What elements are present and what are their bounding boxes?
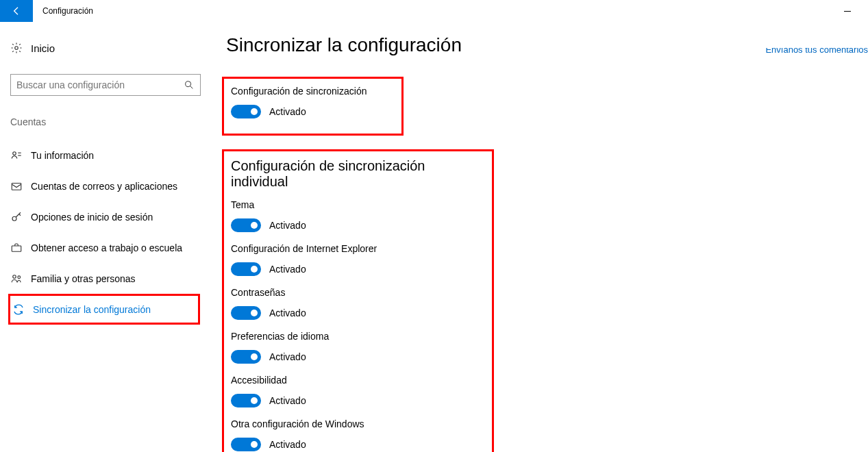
passwords-toggle[interactable] [231,306,261,320]
back-button[interactable] [0,0,33,22]
svg-point-1 [186,81,191,87]
toggle-label: Configuración de Internet Explorer [231,243,485,254]
sidebar-item-label: Cuentas de correos y aplicaciones [31,181,177,192]
individual-sync-section: Configuración de sincronización individu… [222,149,494,452]
sidebar-item-email-accounts[interactable]: Cuentas de correos y aplicaciones [10,171,206,201]
key-icon [10,211,31,223]
person-card-icon [10,149,31,162]
toggle-label: Tema [231,199,485,210]
toggle-state: Activado [269,395,306,406]
toggle-row: Activado [231,306,485,320]
svg-point-0 [15,47,18,50]
toggle-knob [251,353,258,360]
toggle-row: Activado [231,262,485,276]
toggle-item-accessibility: Accesibilidad Activado [231,375,485,407]
sidebar-item-label: Sincronizar la configuración [33,304,151,315]
sidebar-item-sync-settings[interactable]: Sincronizar la configuración [8,294,200,325]
titlebar: Configuración [0,0,868,22]
toggle-row: Activado [231,394,485,407]
sidebar-item-label: Obtener acceso a trabajo o escuela [31,242,182,253]
svg-rect-8 [12,246,21,251]
ie-toggle[interactable] [231,262,261,276]
language-toggle[interactable] [231,350,261,364]
gear-icon [10,42,31,54]
toggle-label: Accesibilidad [231,375,485,386]
people-icon [10,273,31,285]
sidebar: Inicio Cuentas Tu información Cuentas de… [0,34,206,452]
toggle-knob [251,222,258,229]
sync-settings-toggle[interactable] [231,105,261,118]
search-box[interactable] [10,74,201,96]
toggle-item-ie: Configuración de Internet Explorer Activ… [231,243,485,276]
individual-sync-title: Configuración de sincronización individu… [231,158,485,190]
toggle-state: Activado [269,220,306,231]
search-input[interactable] [16,79,184,90]
sidebar-item-label: Opciones de inicio de sesión [31,212,153,223]
toggle-knob [251,266,258,273]
svg-point-10 [18,275,21,278]
minimize-button[interactable] [834,0,861,22]
sync-settings-state: Activado [269,106,306,117]
sidebar-item-your-info[interactable]: Tu información [10,140,206,171]
svg-rect-6 [12,183,21,190]
svg-point-3 [13,151,16,155]
sync-settings-section: Configuración de sincronización Activado [222,77,404,136]
mail-icon [10,180,31,192]
sidebar-item-family[interactable]: Familia y otras personas [10,263,206,294]
page-title: Sincronizar la configuración [226,34,847,56]
search-icon [184,79,195,90]
sidebar-item-label: Familia y otras personas [31,273,136,284]
toggle-knob [251,108,258,115]
toggle-label: Preferencias de idioma [231,331,485,342]
theme-toggle[interactable] [231,218,261,232]
content-area: Envíanos tus comentarios Sincronizar la … [206,34,868,452]
toggle-item-other-windows: Otra configuración de Windows Activado [231,418,485,451]
other-windows-toggle[interactable] [231,438,261,451]
toggle-state: Activado [269,264,306,275]
toggle-item-language: Preferencias de idioma Activado [231,331,485,364]
accessibility-toggle[interactable] [231,394,261,407]
workspace: Inicio Cuentas Tu información Cuentas de… [0,22,868,452]
toggle-item-theme: Tema Activado [231,199,485,232]
sidebar-item-work-school[interactable]: Obtener acceso a trabajo o escuela [10,232,206,263]
toggle-knob [251,310,258,316]
toggle-state: Activado [269,351,306,362]
app-title: Configuración [42,6,93,16]
svg-point-7 [12,216,16,221]
toggle-label: Otra configuración de Windows [231,418,485,429]
svg-point-9 [13,275,16,278]
section-label: Cuentas [10,116,206,127]
minimize-icon [844,11,851,12]
sidebar-item-label: Tu información [31,150,94,161]
sync-icon [12,303,33,316]
sync-settings-label: Configuración de sincronización [231,86,395,97]
sidebar-item-signin-options[interactable]: Opciones de inicio de sesión [10,201,206,232]
toggle-row: Activado [231,350,485,364]
nav-list: Tu información Cuentas de correos y apli… [10,140,206,325]
toggle-item-passwords: Contraseñas Activado [231,287,485,320]
svg-line-2 [190,86,193,88]
home-button[interactable]: Inicio [10,34,206,62]
briefcase-icon [10,242,31,254]
toggle-row: Activado [231,218,485,232]
sync-settings-toggle-row: Activado [231,105,395,118]
toggle-state: Activado [269,307,306,318]
home-label: Inicio [31,42,55,54]
toggle-knob [251,397,258,404]
toggle-knob [251,441,258,448]
arrow-left-icon [11,5,22,16]
toggle-row: Activado [231,438,485,451]
toggle-state: Activado [269,439,306,450]
toggle-label: Contraseñas [231,287,485,298]
feedback-link[interactable]: Envíanos tus comentarios [765,48,868,55]
